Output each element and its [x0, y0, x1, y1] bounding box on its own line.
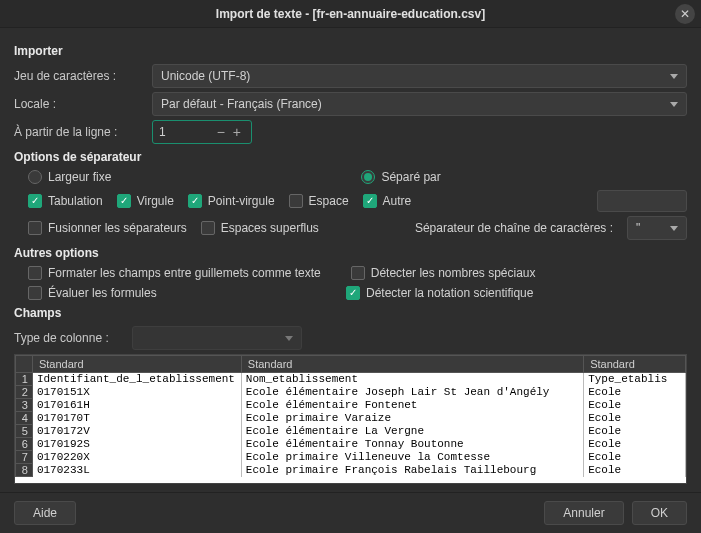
cell: 0170220X [32, 451, 241, 464]
label-fromrow: À partir de la ligne : [14, 125, 144, 139]
check-icon [28, 266, 42, 280]
chk-merge-label: Fusionner les séparateurs [48, 221, 187, 235]
cell: Ecole [584, 451, 686, 464]
cell: Type_etablis [584, 373, 686, 386]
section-sepopts: Options de séparateur [14, 150, 687, 164]
row-number: 7 [16, 451, 33, 464]
cell: Ecole primaire Villeneuve la Comtesse [241, 451, 583, 464]
row-number: 1 [16, 373, 33, 386]
radio-fixed-width[interactable]: Largeur fixe [28, 170, 111, 184]
check-icon [28, 286, 42, 300]
check-icon [28, 221, 42, 235]
titlebar: Import de texte - [fr-en-annuaire-educat… [0, 0, 701, 28]
chk-semicolon[interactable]: Point-virgule [188, 194, 275, 208]
check-icon [188, 194, 202, 208]
section-import: Importer [14, 44, 687, 58]
cell: Ecole [584, 399, 686, 412]
string-delimiter-dropdown[interactable]: " [627, 216, 687, 240]
table-row[interactable]: 1Identifiant_de_l_etablissementNom_etabl… [16, 373, 686, 386]
section-fields: Champs [14, 306, 687, 320]
chk-quoted-text-label: Formater les champs entre guillemets com… [48, 266, 321, 280]
locale-dropdown[interactable]: Par défaut - Français (France) [152, 92, 687, 116]
other-separator-input[interactable] [597, 190, 687, 212]
dialog-footer: Aide Annuler OK [0, 492, 701, 533]
row-number: 5 [16, 425, 33, 438]
table-row[interactable]: 20170151XEcole élémentaire Joseph Lair S… [16, 386, 686, 399]
cell: Ecole élémentaire Tonnay Boutonne [241, 438, 583, 451]
cell: Ecole [584, 412, 686, 425]
table-row[interactable]: 70170220XEcole primaire Villeneuve la Co… [16, 451, 686, 464]
chk-merge[interactable]: Fusionner les séparateurs [28, 221, 187, 235]
spin-plus-icon[interactable]: + [229, 124, 245, 140]
cell: Ecole élémentaire La Vergne [241, 425, 583, 438]
section-otheropts: Autres options [14, 246, 687, 260]
table-row[interactable]: 30170161HEcole élémentaire FontenetEcole [16, 399, 686, 412]
check-icon [363, 194, 377, 208]
chk-scientific[interactable]: Détecter la notation scientifique [346, 286, 533, 300]
chk-tab[interactable]: Tabulation [28, 194, 103, 208]
column-header[interactable]: Standard [32, 356, 241, 373]
chk-tab-label: Tabulation [48, 194, 103, 208]
chk-semicolon-label: Point-virgule [208, 194, 275, 208]
check-icon [201, 221, 215, 235]
column-header[interactable]: Standard [584, 356, 686, 373]
table-row[interactable]: 40170170TEcole primaire VaraizeEcole [16, 412, 686, 425]
preview-grid[interactable]: StandardStandardStandard 1Identifiant_de… [14, 354, 687, 484]
ok-button[interactable]: OK [632, 501, 687, 525]
cell: Ecole [584, 464, 686, 477]
cell: 0170233L [32, 464, 241, 477]
window-title: Import de texte - [fr-en-annuaire-educat… [216, 7, 485, 21]
cell: Ecole [584, 386, 686, 399]
check-icon [117, 194, 131, 208]
chk-scientific-label: Détecter la notation scientifique [366, 286, 533, 300]
row-number: 6 [16, 438, 33, 451]
check-icon [28, 194, 42, 208]
cell: 0170151X [32, 386, 241, 399]
label-charset: Jeu de caractères : [14, 69, 144, 83]
locale-value: Par défaut - Français (France) [161, 97, 322, 111]
row-number: 8 [16, 464, 33, 477]
help-button[interactable]: Aide [14, 501, 76, 525]
cell: Ecole [584, 425, 686, 438]
chk-special-numbers-label: Détecter les nombres spéciaux [371, 266, 536, 280]
radio-separated-by-label: Séparé par [381, 170, 440, 184]
from-row-value: 1 [159, 125, 213, 139]
table-row[interactable]: 60170192SEcole élémentaire Tonnay Bouton… [16, 438, 686, 451]
cell: 0170161H [32, 399, 241, 412]
label-stringdelim: Séparateur de chaîne de caractères : [415, 221, 613, 235]
chk-space-label: Espace [309, 194, 349, 208]
chk-eval-formulas[interactable]: Évaluer les formules [28, 286, 316, 300]
table-row[interactable]: 80170233LEcole primaire François Rabelai… [16, 464, 686, 477]
radio-separated-by[interactable]: Séparé par [361, 170, 440, 184]
chk-space[interactable]: Espace [289, 194, 349, 208]
close-button[interactable]: ✕ [675, 4, 695, 24]
check-icon [351, 266, 365, 280]
cell: Ecole élémentaire Fontenet [241, 399, 583, 412]
spin-minus-icon[interactable]: − [213, 124, 229, 140]
check-icon [346, 286, 360, 300]
cell: 0170172V [32, 425, 241, 438]
cell: Ecole primaire François Rabelais Tailleb… [241, 464, 583, 477]
row-number: 4 [16, 412, 33, 425]
from-row-spinbox[interactable]: 1 − + [152, 120, 252, 144]
chk-other[interactable]: Autre [363, 194, 412, 208]
cancel-button[interactable]: Annuler [544, 501, 623, 525]
cell: Ecole primaire Varaize [241, 412, 583, 425]
charset-value: Unicode (UTF-8) [161, 69, 250, 83]
chk-eval-formulas-label: Évaluer les formules [48, 286, 157, 300]
chk-quoted-text[interactable]: Formater les champs entre guillemets com… [28, 266, 321, 280]
cell: Identifiant_de_l_etablissement [32, 373, 241, 386]
row-number: 2 [16, 386, 33, 399]
chk-trim[interactable]: Espaces superflus [201, 221, 319, 235]
chk-special-numbers[interactable]: Détecter les nombres spéciaux [351, 266, 536, 280]
string-delimiter-value: " [636, 221, 640, 235]
chk-comma-label: Virgule [137, 194, 174, 208]
column-header[interactable]: Standard [241, 356, 583, 373]
label-coltype: Type de colonne : [14, 331, 124, 345]
chk-comma[interactable]: Virgule [117, 194, 174, 208]
table-row[interactable]: 50170172VEcole élémentaire La VergneEcol… [16, 425, 686, 438]
radio-fixed-width-label: Largeur fixe [48, 170, 111, 184]
chk-trim-label: Espaces superflus [221, 221, 319, 235]
charset-dropdown[interactable]: Unicode (UTF-8) [152, 64, 687, 88]
coltype-dropdown[interactable] [132, 326, 302, 350]
